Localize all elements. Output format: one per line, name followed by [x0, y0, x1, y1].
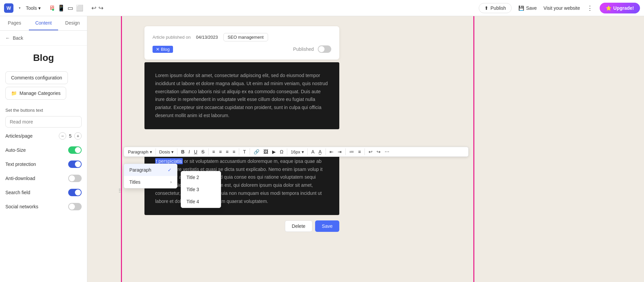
- text-transform-button[interactable]: T: [241, 148, 248, 155]
- align-center-button[interactable]: ≡: [217, 148, 223, 155]
- divider-5: [250, 148, 250, 155]
- blog-tag[interactable]: ✕ Blog: [153, 46, 173, 53]
- right-border: [473, 16, 474, 282]
- unordered-list-button[interactable]: ≡: [356, 148, 362, 155]
- tab-content[interactable]: Content: [29, 16, 58, 30]
- upgrade-icon: ⭐: [606, 5, 611, 11]
- save-action-button[interactable]: Save: [315, 220, 339, 232]
- desktop-icon[interactable]: 🖥: [49, 4, 55, 11]
- title-4-option[interactable]: Title 4: [181, 196, 221, 208]
- folder-icon: 📁: [11, 91, 17, 96]
- divider-7: [307, 148, 308, 155]
- font-select[interactable]: Dosis ▾: [158, 149, 175, 155]
- undo-icon[interactable]: ↩: [91, 4, 96, 12]
- save-icon: 💾: [518, 5, 524, 11]
- redo-icon[interactable]: ↪: [98, 4, 103, 12]
- title-2-option[interactable]: Title 2: [181, 171, 221, 183]
- visit-website-button[interactable]: Visit your website: [544, 5, 580, 11]
- image-button[interactable]: 🖼: [262, 148, 270, 155]
- mobile-landscape-icon[interactable]: ▭: [68, 4, 73, 12]
- anti-download-toggle[interactable]: [68, 175, 82, 182]
- bold-button[interactable]: B: [179, 148, 186, 155]
- tab-pages[interactable]: Pages: [0, 16, 29, 30]
- font-size-arrow: ▾: [302, 149, 304, 154]
- content-paragraph-2: or sit voluptatem accusantium doloremque…: [155, 158, 323, 204]
- align-left-button[interactable]: ≡: [211, 148, 217, 155]
- tag-x-icon[interactable]: ✕: [156, 47, 160, 52]
- social-networks-toggle[interactable]: [68, 203, 82, 210]
- manage-categories-button[interactable]: 📁 Manage Categories: [5, 87, 66, 100]
- more-options-button[interactable]: ⋮: [587, 4, 593, 12]
- checkmark-icon: ✓: [168, 167, 172, 173]
- font-size-select[interactable]: 16px ▾: [289, 149, 305, 155]
- comments-configuration-button[interactable]: Comments configuration: [5, 71, 68, 84]
- save-button[interactable]: 💾 Save: [518, 5, 537, 11]
- outdent-button[interactable]: ⇤: [328, 148, 335, 155]
- divider-4: [239, 148, 239, 155]
- undo-redo: ↩ ↪: [91, 4, 103, 12]
- tools-menu[interactable]: Tools ▾: [26, 5, 41, 11]
- align-justify-button[interactable]: ≡: [231, 148, 237, 155]
- text-protection-toggle[interactable]: [68, 161, 82, 168]
- strikethrough-button[interactable]: S: [200, 148, 206, 155]
- canvas-area[interactable]: Article published on 04/13/2023 SEO mana…: [87, 16, 560, 282]
- search-field-toggle[interactable]: [68, 189, 82, 196]
- main-layout: Pages Content Design ← Back Blog Comment…: [0, 16, 644, 282]
- submenu-arrow-icon: ›: [170, 180, 172, 184]
- delete-button[interactable]: Delete: [285, 220, 312, 232]
- article-published-label: Article published on: [153, 35, 190, 40]
- sidebar-scroll[interactable]: ← Back Blog Comments configuration 📁 Man…: [0, 31, 87, 282]
- topbar-right: ⬆ Publish 💾 Save Visit your website ⋮ ⭐ …: [479, 3, 640, 13]
- content-paragraph-1: Lorem ipsum dolor sit amet, consectetur …: [155, 73, 328, 118]
- upgrade-button[interactable]: ⭐ Upgrade!: [600, 3, 640, 13]
- tab-design[interactable]: Design: [58, 16, 87, 30]
- dropdown-item-paragraph[interactable]: Paragraph ✓: [124, 164, 177, 176]
- tablet-icon[interactable]: ⬜: [76, 4, 83, 12]
- divider-3: [208, 148, 209, 155]
- mobile-portrait-icon[interactable]: 📱: [57, 4, 65, 12]
- more-toolbar-button[interactable]: ⋯: [383, 148, 391, 155]
- auto-size-row: Auto-Size: [0, 143, 87, 157]
- highlight-button[interactable]: A̲: [317, 148, 324, 155]
- canvas-inner: Article published on 04/13/2023 SEO mana…: [87, 16, 560, 282]
- logo-dropdown-arrow[interactable]: ▾: [19, 6, 20, 10]
- article-meta-row: Article published on 04/13/2023 SEO mana…: [153, 33, 331, 41]
- bottom-action-bar: Delete Save: [144, 220, 339, 232]
- text-color-button[interactable]: A: [310, 148, 316, 155]
- read-more-input[interactable]: [5, 116, 82, 128]
- dropdown-item-titles[interactable]: Titles ›: [124, 176, 177, 188]
- redo-edit-button[interactable]: ↪: [375, 148, 382, 155]
- articles-stepper: − 5 +: [59, 132, 82, 140]
- articles-page-row: Articles/page − 5 +: [0, 129, 87, 143]
- underline-button[interactable]: U: [192, 148, 199, 155]
- right-panel: [560, 16, 644, 282]
- device-switcher: 🖥 📱 ▭ ⬜: [49, 4, 83, 12]
- decrement-articles-button[interactable]: −: [59, 132, 66, 140]
- editor-toolbar: Paragraph ▾ Dosis ▾ B I U S ≡ ≡ ≡ ≡: [124, 147, 469, 157]
- undo-edit-button[interactable]: ↩: [367, 148, 374, 155]
- paragraph-select[interactable]: Paragraph ▾: [127, 149, 154, 155]
- logo[interactable]: W: [4, 3, 13, 13]
- indent-button[interactable]: ⇥: [336, 148, 343, 155]
- topbar: W ▾ Tools ▾ 🖥 📱 ▭ ⬜ ↩ ↪ ⬆ Publish 💾 Save…: [0, 0, 644, 16]
- auto-size-toggle[interactable]: [68, 146, 82, 154]
- sidebar: Pages Content Design ← Back Blog Comment…: [0, 16, 87, 282]
- content-block-1[interactable]: Lorem ipsum dolor sit amet, consectetur …: [144, 62, 339, 129]
- divider-9: [345, 148, 346, 155]
- ordered-list-button[interactable]: ≔: [348, 148, 356, 155]
- video-button[interactable]: ▶: [270, 148, 277, 155]
- seo-management-button[interactable]: SEO management: [223, 33, 268, 41]
- align-right-button[interactable]: ≡: [224, 148, 230, 155]
- symbol-button[interactable]: Ω: [278, 148, 285, 155]
- italic-button[interactable]: I: [187, 148, 191, 155]
- link-button[interactable]: 🔗: [252, 148, 261, 155]
- publish-icon: ⬆: [484, 5, 488, 11]
- title-3-option[interactable]: Title 3: [181, 183, 221, 196]
- published-toggle[interactable]: [318, 45, 331, 53]
- increment-articles-button[interactable]: +: [74, 132, 82, 140]
- text-protection-row: Text protection: [0, 157, 87, 171]
- divider-8: [326, 148, 326, 155]
- article-meta-card: Article published on 04/13/2023 SEO mana…: [144, 26, 339, 60]
- publish-button[interactable]: ⬆ Publish: [479, 3, 512, 13]
- back-button[interactable]: ← Back: [0, 31, 87, 46]
